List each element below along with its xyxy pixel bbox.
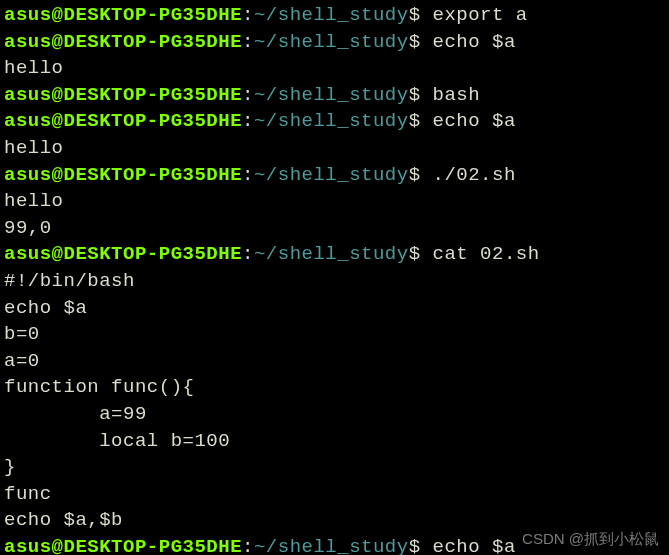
command-text: echo $a xyxy=(421,110,516,132)
output-text: func xyxy=(4,483,52,505)
command-text: cat 02.sh xyxy=(421,243,540,265)
prompt-line: asus@DESKTOP-PG35DHE:~/shell_study$ bash xyxy=(4,82,665,109)
user-host: asus@DESKTOP-PG35DHE xyxy=(4,31,242,53)
prompt-colon: : xyxy=(242,164,254,186)
command-text: bash xyxy=(421,84,481,106)
output-line: } xyxy=(4,454,665,481)
prompt-line: asus@DESKTOP-PG35DHE:~/shell_study$ ./02… xyxy=(4,162,665,189)
prompt-path: ~/shell_study xyxy=(254,164,409,186)
prompt-dollar: $ xyxy=(409,164,421,186)
output-text: 99,0 xyxy=(4,217,52,239)
output-text: hello xyxy=(4,57,64,79)
prompt-dollar: $ xyxy=(409,31,421,53)
user-host: asus@DESKTOP-PG35DHE xyxy=(4,4,242,26)
user-host: asus@DESKTOP-PG35DHE xyxy=(4,536,242,555)
output-text: echo $a,$b xyxy=(4,509,123,531)
prompt-colon: : xyxy=(242,31,254,53)
output-text: function func(){ xyxy=(4,376,194,398)
prompt-colon: : xyxy=(242,84,254,106)
output-text: a=99 xyxy=(4,403,147,425)
output-line: hello xyxy=(4,55,665,82)
output-line: echo $a xyxy=(4,295,665,322)
prompt-line: asus@DESKTOP-PG35DHE:~/shell_study$ echo… xyxy=(4,29,665,56)
output-text: #!/bin/bash xyxy=(4,270,135,292)
output-line: #!/bin/bash xyxy=(4,268,665,295)
output-text: a=0 xyxy=(4,350,40,372)
prompt-line: asus@DESKTOP-PG35DHE:~/shell_study$ expo… xyxy=(4,2,665,29)
output-line: local b=100 xyxy=(4,428,665,455)
prompt-colon: : xyxy=(242,243,254,265)
user-host: asus@DESKTOP-PG35DHE xyxy=(4,110,242,132)
prompt-path: ~/shell_study xyxy=(254,84,409,106)
prompt-dollar: $ xyxy=(409,110,421,132)
terminal[interactable]: asus@DESKTOP-PG35DHE:~/shell_study$ expo… xyxy=(4,2,665,555)
output-line: a=0 xyxy=(4,348,665,375)
user-host: asus@DESKTOP-PG35DHE xyxy=(4,164,242,186)
command-text: ./02.sh xyxy=(421,164,516,186)
prompt-line: asus@DESKTOP-PG35DHE:~/shell_study$ cat … xyxy=(4,241,665,268)
command-text: echo $a xyxy=(421,536,516,555)
watermark: CSDN @抓到小松鼠 xyxy=(522,528,659,549)
user-host: asus@DESKTOP-PG35DHE xyxy=(4,84,242,106)
prompt-dollar: $ xyxy=(409,4,421,26)
command-text: export a xyxy=(421,4,528,26)
output-line: func xyxy=(4,481,665,508)
output-line: hello xyxy=(4,135,665,162)
prompt-dollar: $ xyxy=(409,536,421,555)
output-text: echo $a xyxy=(4,297,87,319)
prompt-colon: : xyxy=(242,536,254,555)
prompt-dollar: $ xyxy=(409,243,421,265)
output-line: a=99 xyxy=(4,401,665,428)
prompt-colon: : xyxy=(242,110,254,132)
output-line: hello xyxy=(4,188,665,215)
output-text: b=0 xyxy=(4,323,40,345)
prompt-dollar: $ xyxy=(409,84,421,106)
prompt-path: ~/shell_study xyxy=(254,31,409,53)
prompt-path: ~/shell_study xyxy=(254,110,409,132)
output-line: b=0 xyxy=(4,321,665,348)
output-text: } xyxy=(4,456,16,478)
user-host: asus@DESKTOP-PG35DHE xyxy=(4,243,242,265)
prompt-path: ~/shell_study xyxy=(254,243,409,265)
output-line: 99,0 xyxy=(4,215,665,242)
command-text: echo $a xyxy=(421,31,516,53)
output-text: hello xyxy=(4,190,64,212)
output-text: local b=100 xyxy=(4,430,230,452)
prompt-colon: : xyxy=(242,4,254,26)
output-line: function func(){ xyxy=(4,374,665,401)
output-text: hello xyxy=(4,137,64,159)
prompt-path: ~/shell_study xyxy=(254,4,409,26)
prompt-line: asus@DESKTOP-PG35DHE:~/shell_study$ echo… xyxy=(4,108,665,135)
prompt-path: ~/shell_study xyxy=(254,536,409,555)
